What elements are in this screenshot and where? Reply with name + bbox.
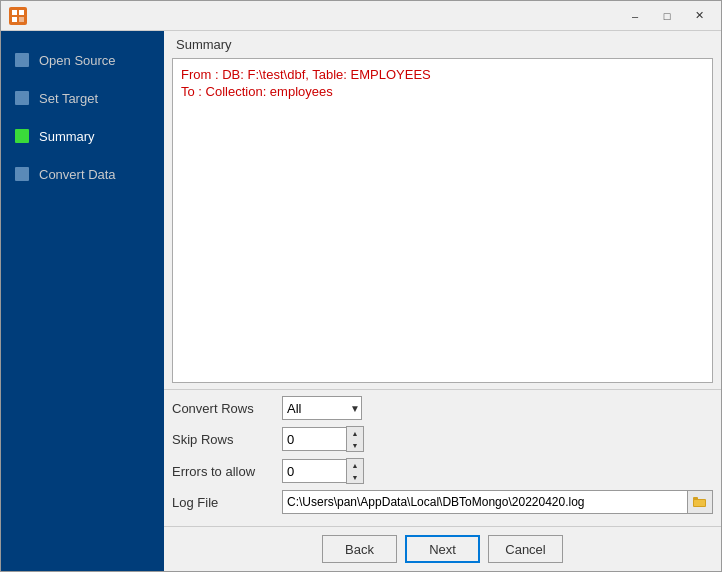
next-button[interactable]: Next [405,535,480,563]
skip-rows-spinner: ▲ ▼ [282,426,364,452]
cancel-button[interactable]: Cancel [488,535,563,563]
summary-line-1: From : DB: F:\test\dbf, Table: EMPLOYEES [181,67,704,82]
errors-label: Errors to allow [172,464,282,479]
errors-input[interactable] [282,459,346,483]
log-file-browse-button[interactable] [687,490,713,514]
sidebar-item-open-source[interactable]: Open Source [1,41,164,79]
sidebar-item-convert-data[interactable]: Convert Data [1,155,164,193]
folder-icon [693,496,707,508]
main-window: – □ ✕ Open Source Set Target [0,0,722,572]
convert-data-label: Convert Data [39,167,116,182]
convert-data-icon [13,165,31,183]
main-inner: Summary From : DB: F:\test\dbf, Table: E… [164,31,721,571]
main-panel: Summary From : DB: F:\test\dbf, Table: E… [164,31,721,571]
svg-rect-3 [19,17,24,22]
panel-title: Summary [164,31,721,56]
skip-rows-row: Skip Rows ▲ ▼ [172,426,713,452]
convert-rows-label: Convert Rows [172,401,282,416]
title-bar: – □ ✕ [1,1,721,31]
form-area: Convert Rows All First N Custom ▼ Sk [164,389,721,526]
close-button[interactable]: ✕ [685,5,713,27]
errors-row: Errors to allow ▲ ▼ [172,458,713,484]
errors-down-button[interactable]: ▼ [347,471,363,483]
svg-rect-0 [12,10,17,15]
log-file-input[interactable] [282,490,687,514]
skip-rows-label: Skip Rows [172,432,282,447]
errors-buttons: ▲ ▼ [346,458,364,484]
svg-rect-1 [19,10,24,15]
log-file-label: Log File [172,495,282,510]
summary-icon [13,127,31,145]
app-icon [9,7,27,25]
summary-box: From : DB: F:\test\dbf, Table: EMPLOYEES… [172,58,713,383]
set-target-label: Set Target [39,91,98,106]
log-file-wrapper [282,490,713,514]
svg-rect-6 [694,500,705,506]
log-file-row: Log File [172,490,713,514]
convert-rows-row: Convert Rows All First N Custom ▼ [172,396,713,420]
skip-rows-up-button[interactable]: ▲ [347,427,363,439]
sidebar: Open Source Set Target Summary Convert D… [1,31,164,571]
errors-spinner: ▲ ▼ [282,458,364,484]
back-button[interactable]: Back [322,535,397,563]
skip-rows-buttons: ▲ ▼ [346,426,364,452]
minimize-button[interactable]: – [621,5,649,27]
open-source-icon [13,51,31,69]
title-bar-controls: – □ ✕ [621,5,713,27]
summary-label: Summary [39,129,95,144]
skip-rows-input[interactable] [282,427,346,451]
convert-rows-select-wrapper: All First N Custom ▼ [282,396,362,420]
button-bar: Back Next Cancel [164,526,721,571]
skip-rows-down-button[interactable]: ▼ [347,439,363,451]
sidebar-item-set-target[interactable]: Set Target [1,79,164,117]
svg-rect-2 [12,17,17,22]
set-target-icon [13,89,31,107]
title-bar-left [9,7,27,25]
convert-rows-select[interactable]: All First N Custom [282,396,362,420]
maximize-button[interactable]: □ [653,5,681,27]
sidebar-item-summary[interactable]: Summary [1,117,164,155]
open-source-label: Open Source [39,53,116,68]
content-area: Open Source Set Target Summary Convert D… [1,31,721,571]
errors-up-button[interactable]: ▲ [347,459,363,471]
summary-line-2: To : Collection: employees [181,84,704,99]
svg-rect-5 [693,497,698,500]
